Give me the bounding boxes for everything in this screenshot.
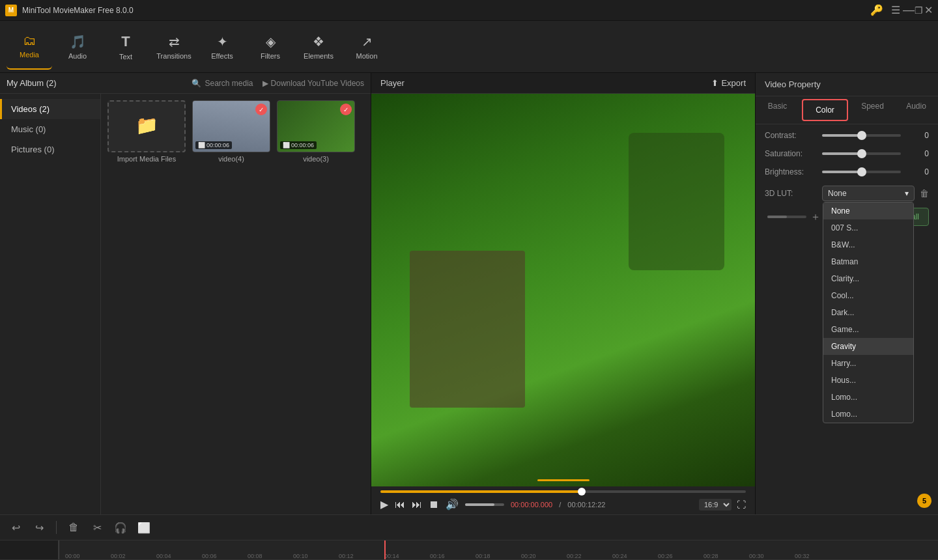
lut-option-bw[interactable]: B&W... xyxy=(823,236,913,253)
brightness-thumb xyxy=(857,167,866,176)
video3-check: ✓ xyxy=(340,104,352,115)
saturation-thumb xyxy=(857,149,866,158)
search-bar[interactable]: 🔍 Search media xyxy=(192,79,253,88)
import-label: Import Media Files xyxy=(107,155,186,163)
export-label: Export xyxy=(721,78,746,88)
lut-option-gravity[interactable]: Gravity xyxy=(823,338,913,355)
volume-fill xyxy=(465,503,494,506)
video3-label: video(3) xyxy=(277,155,355,163)
titlebar: M MiniTool MovieMaker Free 8.0.0 🔑 ☰ — ❐… xyxy=(0,0,938,21)
youtube-download-button[interactable]: ▶ Download YouTube Videos xyxy=(263,79,364,88)
toolbar-effects-label: Effects xyxy=(211,52,233,60)
sidebar-item-videos[interactable]: Videos (2) xyxy=(0,99,100,119)
toolbar-transitions-label: Transitions xyxy=(156,52,191,60)
stop-button[interactable]: ⏹ xyxy=(429,499,439,511)
list-item[interactable]: ⬜ 00:00:06 ✓ video(3) xyxy=(277,100,355,163)
menu-icon[interactable]: ☰ xyxy=(891,4,900,16)
lut-dropdown: None 007 S... B&W... Batman Clarity... C… xyxy=(823,202,914,423)
lut-delete-button[interactable]: 🗑 xyxy=(920,188,929,199)
timeline-toolbar: ↩ ↪ 🗑 ✂ 🎧 ⬜ xyxy=(0,515,938,540)
tab-color[interactable]: Color xyxy=(802,99,848,121)
toolbar-text-label: Text xyxy=(119,53,132,61)
plus-icon[interactable]: ＋ xyxy=(810,210,821,224)
toolbar-effects[interactable]: ✦ Effects xyxy=(199,24,245,70)
property-tabs: Basic Color Speed Audio xyxy=(756,96,938,124)
video3-thumb: ⬜ 00:00:06 ✓ xyxy=(277,100,355,152)
ruler-tick-13: 00:26 xyxy=(658,553,673,559)
lut-option-harry[interactable]: Harry... xyxy=(823,355,913,372)
lut-option-lomo2[interactable]: Lomo... xyxy=(823,406,913,423)
lut-option-clarity[interactable]: Clarity... xyxy=(823,270,913,287)
lut-option-game[interactable]: Game... xyxy=(823,321,913,338)
playhead[interactable] xyxy=(384,540,386,559)
seek-bar[interactable] xyxy=(380,490,746,493)
panel-header: My Album (2) 🔍 Search media ▶ Download Y… xyxy=(0,73,371,94)
toolbar-text[interactable]: T Text xyxy=(103,24,149,70)
crop-button[interactable]: ⬜ xyxy=(135,518,153,537)
lut-option-007s[interactable]: 007 S... xyxy=(823,219,913,236)
ruler-tick-16: 00:32 xyxy=(795,553,810,559)
brightness-fill xyxy=(822,171,862,173)
video-progress-bar xyxy=(537,479,590,481)
toolbar-media[interactable]: 🗂 Media xyxy=(7,24,52,70)
aspect-ratio-select[interactable]: 16:9 9:16 4:3 1:1 xyxy=(699,499,732,511)
maximize-button[interactable]: ❐ xyxy=(915,5,923,16)
contrast-row: Contrast: 0 xyxy=(765,131,929,140)
lut-option-lomo[interactable]: Lomo... xyxy=(823,389,913,406)
timeline-ruler: 00:00 00:02 00:04 00:06 00:08 00:10 00:1… xyxy=(59,540,938,560)
lut-option-none[interactable]: None xyxy=(823,203,913,219)
toolbar-filters-label: Filters xyxy=(261,52,280,60)
toolbar-motion[interactable]: ↗ Motion xyxy=(344,24,390,70)
video4-thumb: ⬜ 00:00:06 ✓ xyxy=(192,100,270,152)
lut-option-batman[interactable]: Batman xyxy=(823,253,913,270)
next-frame-button[interactable]: ⏭ xyxy=(412,499,422,511)
play-button[interactable]: ▶ xyxy=(380,498,388,511)
fullscreen-button[interactable]: ⛶ xyxy=(737,499,746,510)
contrast-slider[interactable] xyxy=(822,134,901,137)
lut-option-dark[interactable]: Dark... xyxy=(823,304,913,321)
lut-dropdown-trigger[interactable]: None ▾ None 007 S... B&W... Batman Clari… xyxy=(822,186,915,201)
motion-icon: ↗ xyxy=(362,34,373,49)
audio-icon: 🎵 xyxy=(70,34,86,49)
video3-badge: ⬜ 00:00:06 xyxy=(280,141,317,149)
delete-button[interactable]: 🗑 xyxy=(64,518,83,537)
media-icon: 🗂 xyxy=(23,33,36,48)
toolbar-elements[interactable]: ❖ Elements xyxy=(296,24,341,70)
tab-speed[interactable]: Speed xyxy=(851,96,894,124)
content-area: Videos (2) Music (0) Pictures (0) 📁 Impo… xyxy=(0,94,371,514)
minimize-button[interactable]: — xyxy=(903,3,915,17)
lut-option-hous[interactable]: Hous... xyxy=(823,372,913,389)
import-media-item[interactable]: 📁 Import Media Files xyxy=(107,100,186,163)
audio-button[interactable]: 🎧 xyxy=(111,518,130,537)
ruler-tick-6: 00:12 xyxy=(339,553,354,559)
yt-icon: ▶ xyxy=(263,79,268,88)
cut-button[interactable]: ✂ xyxy=(88,518,106,537)
redo-button[interactable]: ↪ xyxy=(30,518,48,537)
text-icon: T xyxy=(121,33,130,50)
tab-basic[interactable]: Basic xyxy=(756,96,799,124)
list-item[interactable]: ⬜ 00:00:06 ✓ video(4) xyxy=(192,100,270,163)
prev-frame-button[interactable]: ⏮ xyxy=(395,499,405,511)
brightness-slider[interactable] xyxy=(822,171,901,173)
toolbar-audio[interactable]: 🎵 Audio xyxy=(55,24,100,70)
tab-audio[interactable]: Audio xyxy=(894,96,938,124)
undo-button[interactable]: ↩ xyxy=(7,518,25,537)
toolbar-transitions[interactable]: ⇄ Transitions xyxy=(151,24,197,70)
saturation-slider[interactable] xyxy=(822,152,901,155)
sidebar-item-music[interactable]: Music (0) xyxy=(0,119,100,139)
timeline-ruler-area[interactable]: 00:00 00:02 00:04 00:06 00:08 00:10 00:1… xyxy=(59,540,938,560)
close-button[interactable]: ✕ xyxy=(924,4,933,16)
ruler-tick-3: 00:06 xyxy=(202,553,217,559)
key-icon[interactable]: 🔑 xyxy=(870,4,883,16)
current-time: 00:00:00.000 xyxy=(511,501,552,509)
brightness-mini-slider[interactable] xyxy=(767,216,806,218)
volume-button[interactable]: 🔊 xyxy=(446,498,459,511)
video-preview xyxy=(371,94,755,486)
toolbar-filters[interactable]: ◈ Filters xyxy=(248,24,293,70)
lut-option-cool[interactable]: Cool... xyxy=(823,287,913,304)
import-box[interactable]: 📁 xyxy=(107,100,186,152)
sidebar-item-pictures[interactable]: Pictures (0) xyxy=(0,139,100,160)
toolbar-motion-label: Motion xyxy=(356,52,377,60)
volume-slider[interactable] xyxy=(465,503,504,506)
export-button[interactable]: ⬆ Export xyxy=(711,78,746,88)
